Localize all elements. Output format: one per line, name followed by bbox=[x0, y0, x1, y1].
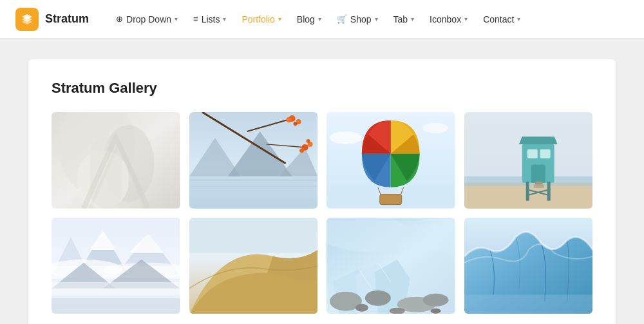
gallery-item[interactable] bbox=[52, 112, 180, 209]
chevron-down-icon: ▾ bbox=[375, 15, 378, 23]
gallery-item[interactable] bbox=[327, 112, 455, 209]
nav-label-lists: Lists bbox=[202, 14, 220, 24]
svg-point-19 bbox=[299, 148, 304, 153]
svg-rect-36 bbox=[527, 149, 537, 158]
svg-rect-74 bbox=[464, 294, 593, 314]
chevron-down-icon: ▾ bbox=[517, 15, 520, 23]
svg-point-65 bbox=[365, 290, 391, 305]
svg-rect-29 bbox=[380, 195, 402, 205]
logo-link[interactable]: Stratum bbox=[15, 8, 89, 31]
svg-rect-59 bbox=[189, 218, 318, 253]
svg-point-68 bbox=[355, 303, 368, 311]
gallery-item[interactable] bbox=[189, 112, 318, 209]
nav-label-tab: Tab bbox=[393, 14, 408, 24]
nav-menu: ⊕ Drop Down ▾ ≡ Lists ▾ Portfolio ▾ Blog… bbox=[109, 9, 527, 30]
gallery-item[interactable] bbox=[189, 218, 318, 314]
nav-item-shop[interactable]: 🛒 Shop ▾ bbox=[330, 9, 384, 30]
svg-rect-42 bbox=[547, 182, 550, 201]
svg-point-20 bbox=[293, 122, 297, 126]
svg-point-69 bbox=[390, 307, 405, 314]
svg-rect-10 bbox=[189, 180, 318, 181]
gallery-card: Stratum Gallery bbox=[28, 59, 616, 324]
svg-rect-39 bbox=[535, 182, 542, 185]
nav-item-portfolio[interactable]: Portfolio ▾ bbox=[235, 9, 287, 30]
gallery-item[interactable] bbox=[464, 218, 593, 314]
svg-rect-57 bbox=[52, 281, 180, 298]
chevron-down-icon: ▾ bbox=[175, 15, 178, 23]
nav-item-lists[interactable]: ≡ Lists ▾ bbox=[187, 9, 232, 30]
nav-label-blog: Blog bbox=[297, 14, 315, 24]
list-icon: ≡ bbox=[193, 14, 198, 24]
nav-label-shop: Shop bbox=[350, 14, 372, 24]
chevron-down-icon: ▾ bbox=[278, 15, 281, 23]
gallery-grid bbox=[52, 112, 592, 314]
svg-point-67 bbox=[423, 293, 449, 306]
main-content: Stratum Gallery bbox=[13, 39, 631, 324]
nav-item-tab[interactable]: Tab ▾ bbox=[387, 9, 421, 30]
cart-icon: 🛒 bbox=[337, 14, 347, 24]
svg-point-24 bbox=[330, 131, 362, 144]
nav-label-iconbox: Iconbox bbox=[430, 14, 461, 24]
navbar: Stratum ⊕ Drop Down ▾ ≡ Lists ▾ Portfoli… bbox=[0, 0, 644, 39]
layers-icon: ⊕ bbox=[116, 14, 123, 24]
svg-rect-41 bbox=[526, 182, 529, 201]
svg-point-21 bbox=[286, 117, 291, 122]
svg-rect-40 bbox=[533, 185, 544, 188]
gallery-item[interactable] bbox=[327, 218, 455, 314]
nav-label-portfolio: Portfolio bbox=[242, 14, 274, 24]
gallery-item[interactable] bbox=[52, 218, 180, 314]
nav-item-dropdown[interactable]: ⊕ Drop Down ▾ bbox=[109, 9, 184, 30]
nav-item-contact[interactable]: Contact ▾ bbox=[477, 9, 527, 30]
svg-point-25 bbox=[423, 123, 449, 133]
nav-label-dropdown: Drop Down bbox=[126, 14, 171, 24]
gallery-title: Stratum Gallery bbox=[52, 80, 592, 97]
svg-rect-37 bbox=[540, 149, 550, 158]
chevron-down-icon: ▾ bbox=[318, 15, 321, 23]
chevron-down-icon: ▾ bbox=[464, 15, 468, 23]
brand-name: Stratum bbox=[45, 12, 89, 26]
nav-label-contact: Contact bbox=[483, 14, 514, 24]
svg-rect-38 bbox=[531, 165, 545, 183]
svg-point-70 bbox=[431, 308, 441, 313]
chevron-down-icon: ▾ bbox=[411, 15, 414, 23]
svg-rect-11 bbox=[189, 186, 318, 187]
chevron-down-icon: ▾ bbox=[223, 15, 226, 23]
nav-item-iconbox[interactable]: Iconbox ▾ bbox=[423, 9, 474, 30]
svg-rect-9 bbox=[189, 176, 318, 209]
svg-point-22 bbox=[306, 139, 310, 143]
logo-icon bbox=[15, 8, 39, 31]
gallery-item[interactable] bbox=[464, 112, 593, 209]
nav-item-blog[interactable]: Blog ▾ bbox=[290, 9, 328, 30]
svg-marker-35 bbox=[518, 137, 557, 144]
